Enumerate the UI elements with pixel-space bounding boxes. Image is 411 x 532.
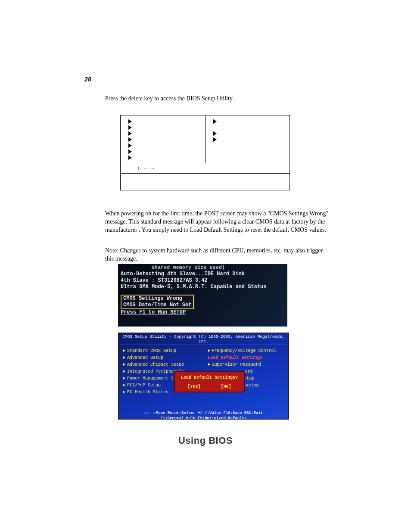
triangle-right-icon — [213, 119, 217, 124]
outline-right-column — [206, 115, 290, 163]
section-heading: Using BIOS — [0, 435, 411, 446]
arrow-keys-legend: ↑↓ ← → — [121, 163, 290, 173]
press-f1-line: Press F1 to Run SETUP — [121, 309, 285, 316]
menu-label-highlighted: Load Default Settings — [208, 355, 287, 360]
manual-page: 28 Press the delete key to access the BI… — [0, 0, 411, 532]
cmos-warning-box: CMOS Settings Wrong CMOS Date/Time Not S… — [121, 295, 194, 309]
menu-label: Advanced Setup — [127, 355, 163, 360]
bios-title-bar: CMOS Setup Utility - Copyright (C) 1985-… — [119, 333, 288, 345]
triangle-right-icon — [208, 349, 210, 352]
post-line: 4th Slave : ST3120827AS 3.42 — [121, 277, 285, 284]
post-clipped-line: Shared Memory Size Used) — [121, 265, 285, 271]
menu-label: Advanced Chipset Setup — [127, 362, 184, 367]
footer-line: F1:General Help F9:Optimized Defaults — [119, 416, 288, 420]
menu-label: Frequency/Voltage Control — [212, 348, 277, 353]
triangle-right-icon — [123, 363, 125, 366]
triangle-right-icon — [123, 370, 125, 373]
body-paragraph-1: When powering on for the first time, the… — [105, 210, 329, 234]
triangle-right-icon — [128, 149, 132, 154]
menu-label: Supervisor Password — [212, 362, 261, 367]
triangle-right-icon — [123, 391, 125, 393]
triangle-right-icon — [208, 363, 210, 366]
post-line: Auto-Detecting 4th Slave...IDE Hard Disk — [121, 271, 285, 277]
cmos-line: CMOS Date/Time Not Set — [123, 302, 191, 308]
triangle-right-icon — [128, 137, 132, 142]
dialog-title: Load Default Settings? — [177, 375, 241, 380]
triangle-right-icon — [213, 137, 217, 142]
bios-footer-help: ↑↓←→:Move Enter:Select +/-/:Value F10:Sa… — [119, 409, 288, 420]
triangle-right-icon — [213, 131, 217, 136]
triangle-right-icon — [128, 156, 132, 160]
bios-setup-screenshot: CMOS Setup Utility - Copyright (C) 1985-… — [118, 333, 289, 420]
bios-menu-outline: ↑↓ ← → — [120, 115, 290, 190]
dialog-yes-button[interactable]: [Yes] — [187, 384, 200, 389]
menu-label: PCI/PnP Setup — [127, 383, 161, 388]
dialog-no-button[interactable]: [No] — [221, 384, 231, 389]
post-line: Ultra DMA Mode-5, S.M.A.R.T. Capable and… — [121, 284, 285, 290]
triangle-right-icon — [123, 384, 125, 386]
menu-label: PC Health Status — [127, 390, 168, 395]
cmos-line: CMOS Settings Wrong — [123, 296, 191, 302]
post-screenshot: Shared Memory Size Used) Auto-Detecting … — [118, 264, 287, 327]
footer-line: ↑↓←→:Move Enter:Select +/-/:Value F10:Sa… — [119, 411, 288, 416]
outline-bottom-row — [121, 173, 290, 190]
intro-paragraph: Press the delete key to access the BIOS … — [105, 95, 329, 102]
load-defaults-dialog: Load Default Settings? [Yes] [No] — [174, 371, 245, 392]
page-number: 28 — [84, 76, 91, 83]
menu-label: Standard CMOS Setup — [127, 348, 176, 353]
triangle-right-icon — [123, 377, 125, 380]
outline-left-column — [121, 115, 206, 163]
triangle-right-icon — [128, 125, 132, 130]
triangle-right-icon — [128, 143, 132, 148]
triangle-right-icon — [123, 356, 125, 359]
triangle-right-icon — [123, 349, 125, 352]
triangle-right-icon — [128, 131, 132, 136]
body-paragraph-2: Note: Changes to system hardware such as… — [105, 247, 329, 263]
triangle-right-icon — [128, 119, 132, 124]
